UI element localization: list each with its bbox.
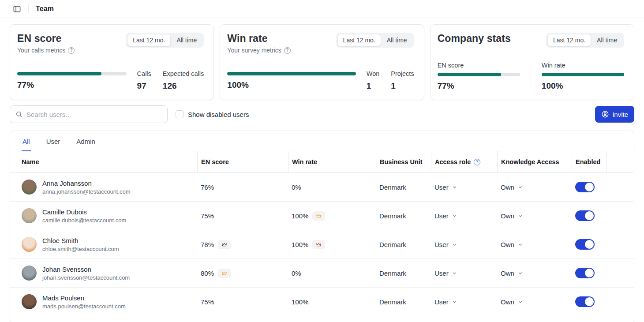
- help-icon[interactable]: ?: [68, 47, 75, 54]
- en-score-value: 80%: [201, 270, 214, 277]
- period-toggle: Last 12 mo. All time: [126, 33, 204, 48]
- column-header-win-rate[interactable]: Win rate: [288, 151, 376, 172]
- tab-user[interactable]: User: [45, 131, 61, 151]
- knowledge-access-dropdown[interactable]: Own: [501, 241, 523, 248]
- checkbox[interactable]: [176, 110, 183, 118]
- knowledge-access-dropdown[interactable]: Own: [501, 212, 523, 220]
- crown-icon: [316, 213, 322, 219]
- stat-value: 1: [367, 81, 380, 91]
- column-header-en-score[interactable]: EN score: [197, 151, 288, 172]
- user-cell: Camille Dubois camille.dubois@testaccoun…: [22, 202, 197, 230]
- controls-row: Show disabled users Invite: [10, 105, 634, 123]
- help-icon[interactable]: ?: [284, 47, 291, 54]
- column-header-knowledge-access[interactable]: Knowledge Access: [497, 151, 572, 172]
- en-score-cell: 75%: [197, 202, 288, 230]
- column-header-enabled[interactable]: Enabled: [572, 151, 606, 172]
- column-header-access-role[interactable]: Access role ?: [431, 151, 497, 172]
- enabled-cell: [572, 259, 606, 287]
- win-rate-cell: 100%: [288, 202, 376, 230]
- period-option-last12[interactable]: Last 12 mo.: [547, 34, 591, 46]
- crown-badge: [312, 211, 325, 221]
- stat-value: 97: [137, 81, 151, 91]
- tab-admin[interactable]: Admin: [75, 131, 96, 151]
- chevron-down-icon: [517, 213, 523, 219]
- stat-label: Projects: [391, 70, 414, 77]
- win-rate-cell: 100%: [288, 288, 376, 316]
- en-score-value: 75%: [201, 212, 214, 220]
- show-disabled-users-checkbox-wrap[interactable]: Show disabled users: [176, 110, 249, 118]
- user-name: Mads Poulsen: [42, 294, 126, 302]
- user-email: johan.svensson@testaccount.com: [42, 274, 130, 281]
- avatar: [22, 237, 37, 252]
- stat-label: Calls: [137, 70, 151, 77]
- enabled-toggle[interactable]: [575, 268, 595, 278]
- actions-cell: [606, 259, 634, 287]
- table-row: Johan Svensson johan.svensson@testaccoun…: [10, 259, 634, 288]
- knowledge-access-cell: Own: [497, 288, 572, 316]
- progress-value: 77%: [17, 80, 127, 90]
- knowledge-access-dropdown[interactable]: Own: [501, 270, 523, 277]
- period-option-alltime[interactable]: All time: [171, 34, 202, 46]
- company-en-score: EN score 77%: [438, 62, 520, 91]
- user-cell: Anna Johansson anna.johansson@testaccoun…: [22, 173, 197, 201]
- progress-fill: [17, 72, 101, 75]
- business-unit-cell: Denmark: [376, 259, 431, 287]
- knowledge-access-dropdown[interactable]: Own: [501, 298, 523, 306]
- table-row: Mads Poulsen mads.poulsen@testaccount.co…: [10, 288, 634, 316]
- toggle-knob: [585, 269, 594, 277]
- access-role-dropdown[interactable]: User: [434, 212, 457, 220]
- company-stats-card: Company stats Last 12 mo. All time EN sc…: [430, 24, 634, 100]
- company-win-rate: Win rate 100%: [542, 62, 624, 91]
- period-option-alltime[interactable]: All time: [591, 34, 623, 46]
- knowledge-access-cell: Own: [497, 202, 572, 230]
- access-role-dropdown[interactable]: User: [434, 183, 457, 191]
- chevron-down-icon: [452, 242, 457, 247]
- help-icon[interactable]: ?: [474, 159, 480, 165]
- user-name: Chloe Smith: [42, 237, 119, 244]
- period-option-last12[interactable]: Last 12 mo.: [337, 34, 381, 46]
- column-header-business-unit[interactable]: Business Unit: [376, 151, 431, 172]
- progress-value: 100%: [542, 81, 624, 91]
- period-option-alltime[interactable]: All time: [381, 34, 413, 46]
- invite-button[interactable]: Invite: [595, 106, 634, 123]
- en-score-cell: 80%: [197, 259, 288, 287]
- sidebar-toggle-icon[interactable]: [11, 3, 23, 15]
- user-circle-icon: [601, 110, 609, 118]
- card-title: Company stats: [438, 33, 511, 45]
- access-role-dropdown[interactable]: User: [434, 241, 457, 248]
- stat-label: Won: [367, 70, 380, 77]
- enabled-toggle[interactable]: [575, 296, 595, 307]
- enabled-toggle[interactable]: [575, 182, 595, 192]
- avatar: [22, 208, 37, 223]
- column-header-name[interactable]: Name: [22, 151, 197, 172]
- user-email: anna.johansson@testaccount.com: [42, 188, 131, 195]
- tab-all[interactable]: All: [22, 131, 31, 151]
- en-score-progress: 77%: [17, 70, 127, 90]
- access-role-dropdown[interactable]: User: [434, 298, 457, 306]
- en-score-cell: 76%: [197, 173, 288, 201]
- chevron-down-icon: [452, 270, 457, 276]
- win-rate-value: 100%: [292, 298, 308, 306]
- business-unit-cell: Denmark: [376, 202, 431, 230]
- progress-fill: [227, 72, 356, 75]
- access-role-cell: User: [431, 288, 497, 316]
- period-option-last12[interactable]: Last 12 mo.: [127, 34, 171, 46]
- knowledge-access-dropdown[interactable]: Own: [501, 183, 523, 191]
- stat-value: 126: [163, 81, 204, 91]
- access-role-dropdown[interactable]: User: [434, 270, 457, 277]
- users-table-card: All User Admin Name EN score Win rate Bu…: [10, 131, 634, 322]
- user-email: mads.poulsen@testaccount.com: [42, 303, 126, 310]
- crown-icon: [316, 242, 322, 247]
- search-input[interactable]: [26, 111, 162, 118]
- period-toggle: Last 12 mo. All time: [546, 33, 624, 48]
- toggle-knob: [585, 297, 594, 306]
- win-rate-value: 100%: [292, 212, 308, 220]
- chevron-down-icon: [517, 242, 523, 247]
- search-box[interactable]: [10, 105, 168, 123]
- business-unit-cell: Denmark: [376, 288, 431, 316]
- enabled-toggle[interactable]: [575, 239, 595, 250]
- enabled-toggle[interactable]: [575, 210, 595, 221]
- access-role-cell: User: [431, 230, 497, 258]
- knowledge-access-cell: Own: [497, 259, 572, 287]
- toggle-knob: [585, 183, 594, 191]
